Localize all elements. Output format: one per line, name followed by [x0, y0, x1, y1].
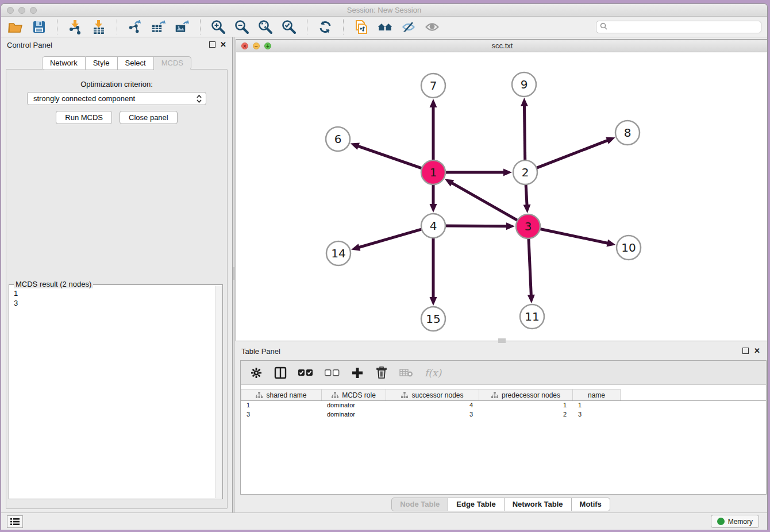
zoom-out-icon[interactable] [234, 20, 249, 34]
graph-edge-arrowhead [523, 205, 530, 213]
memory-button[interactable]: Memory [711, 515, 759, 528]
table-row[interactable]: 1dominator411 [241, 401, 766, 410]
home-icon[interactable] [378, 20, 392, 34]
tab-motifs[interactable]: Motifs [572, 498, 610, 511]
add-column-icon[interactable] [351, 366, 364, 380]
column-header-mcds-role[interactable]: MCDS role [321, 389, 386, 400]
list-icon [10, 518, 20, 526]
cell-name[interactable]: 3 [572, 410, 621, 419]
tab-network[interactable]: Network [42, 56, 86, 70]
graph-edge-4-3[interactable] [444, 226, 508, 226]
cell-successor-nodes[interactable]: 4 [386, 401, 479, 410]
zoom-selected-icon[interactable] [282, 20, 297, 34]
graph-edge-2-3[interactable] [526, 183, 527, 206]
network-maximize-button[interactable]: + [264, 43, 271, 49]
main-toolbar [1, 17, 767, 37]
float-table-panel-icon[interactable] [742, 348, 749, 354]
delete-table-icon[interactable] [399, 366, 413, 380]
graph-edge-2-9[interactable] [524, 105, 525, 161]
criterion-dropdown[interactable]: strongly connected component [27, 92, 206, 105]
import-network-icon[interactable] [68, 20, 83, 34]
toolbar-separator [343, 19, 344, 34]
network-close-button[interactable]: × [241, 43, 248, 49]
delete-columns-icon[interactable] [375, 366, 388, 380]
cell-mcds-role[interactable]: dominator [321, 401, 386, 410]
graph-edge-4-14[interactable] [358, 229, 423, 248]
cell-shared-name[interactable]: 3 [241, 410, 321, 419]
run-mcds-button[interactable]: Run MCDS [56, 111, 112, 124]
graph-node-label: 10 [621, 241, 636, 255]
network-resize-grip[interactable] [498, 338, 506, 343]
memory-label: Memory [728, 518, 753, 526]
import-table-icon[interactable] [91, 20, 106, 34]
table-header-row: shared nameMCDS rolesuccessor nodesprede… [241, 389, 766, 401]
graph-edge-arrowhead [351, 142, 360, 149]
select-all-checkboxes-icon[interactable] [298, 366, 313, 380]
column-header-name[interactable]: name [572, 389, 621, 400]
cell-predecessor-nodes[interactable]: 2 [479, 410, 572, 419]
close-panel-button[interactable]: Close panel [120, 111, 178, 124]
desktop: Session: New Session [0, 0, 770, 532]
window-zoom-button[interactable] [30, 7, 37, 14]
graph-edge-1-6[interactable] [357, 146, 423, 169]
graph-edge-2-8[interactable] [536, 140, 609, 168]
network-minimize-button[interactable]: − [253, 43, 260, 49]
network-canvas[interactable]: 1234678910111415 [236, 52, 768, 341]
zoom-in-icon[interactable] [211, 20, 226, 34]
column-header-predecessor-nodes[interactable]: predecessor nodes [479, 389, 572, 400]
mcds-pane: Optimization criterion: strongly connect… [6, 69, 228, 509]
export-table-icon[interactable] [151, 20, 166, 34]
main-region: Control Panel ✕ NetworkStyleSelectMCDS O… [1, 37, 767, 512]
export-image-icon[interactable] [175, 20, 190, 34]
tab-select[interactable]: Select [118, 56, 154, 70]
save-session-icon[interactable] [32, 20, 47, 34]
copy-network-icon[interactable] [354, 20, 369, 34]
function-builder-icon[interactable]: f(x) [425, 366, 441, 380]
toolbar-separator [117, 19, 117, 34]
table-settings-icon[interactable] [250, 366, 263, 380]
graph-node-label: 8 [624, 126, 632, 140]
hide-graphics-details-icon[interactable] [401, 20, 416, 34]
column-header-shared-name[interactable]: shared name [241, 389, 321, 400]
cell-name[interactable]: 1 [572, 401, 621, 410]
open-session-icon[interactable] [8, 20, 23, 34]
close-panel-icon[interactable]: ✕ [220, 41, 226, 48]
window-title: Session: New Session [1, 4, 767, 17]
float-panel-icon[interactable] [209, 41, 215, 48]
zoom-fit-icon[interactable] [258, 20, 273, 34]
split-panel-icon[interactable] [274, 366, 287, 380]
task-history-button[interactable] [7, 515, 23, 528]
show-graphics-details-icon[interactable] [425, 20, 440, 34]
cell-successor-nodes[interactable]: 3 [386, 410, 479, 419]
cell-shared-name[interactable]: 1 [241, 401, 321, 410]
column-header-successor-nodes[interactable]: successor nodes [386, 389, 479, 400]
main-titlebar: Session: New Session [1, 4, 767, 17]
tab-style[interactable]: Style [86, 56, 118, 70]
mcds-result-scrollbar[interactable] [215, 286, 222, 498]
graph-edge-arrowhead [606, 240, 615, 247]
cell-predecessor-nodes[interactable]: 1 [479, 401, 572, 410]
graph-edge-arrowhead [528, 295, 535, 303]
memory-status-icon [717, 518, 725, 525]
tab-edge-table[interactable]: Edge Table [448, 498, 504, 511]
close-table-panel-icon[interactable]: ✕ [754, 347, 760, 354]
window-close-button[interactable] [7, 7, 14, 14]
graph-edge-3-1[interactable] [451, 182, 518, 221]
search-input[interactable] [610, 23, 761, 31]
search-icon [600, 22, 607, 32]
export-network-icon[interactable] [128, 20, 143, 34]
graph-edge-3-11[interactable] [529, 237, 532, 296]
graph-edge-3-10[interactable] [539, 229, 609, 244]
optimization-criterion-label: Optimization criterion: [6, 80, 227, 88]
tab-node-table[interactable]: Node Table [391, 498, 448, 511]
deselect-all-checkboxes-icon[interactable] [325, 366, 340, 380]
graph-edge-arrowhead [351, 244, 360, 250]
refresh-layout-icon[interactable] [318, 20, 333, 34]
tab-mcds[interactable]: MCDS [154, 56, 191, 70]
search-field[interactable] [596, 21, 761, 33]
cell-mcds-role[interactable]: dominator [321, 410, 386, 419]
table-row[interactable]: 3dominator323 [241, 410, 766, 419]
graph-edge-arrowhead [430, 99, 437, 107]
window-minimize-button[interactable] [18, 7, 25, 14]
tab-network-table[interactable]: Network Table [505, 498, 572, 511]
